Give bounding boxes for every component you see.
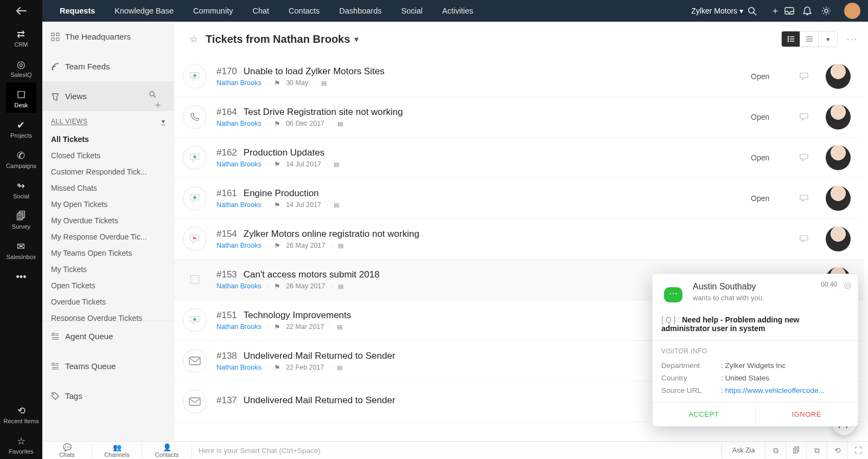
sidebar-team-feeds[interactable]: Team Feeds bbox=[42, 51, 174, 81]
all-views-dropdown[interactable]: ALL VIEWS ▾ bbox=[42, 111, 174, 130]
comment-icon[interactable] bbox=[800, 113, 821, 121]
assignee-avatar[interactable] bbox=[826, 145, 851, 170]
ticket-date: 26 May 2017 bbox=[286, 242, 325, 249]
user-avatar[interactable] bbox=[844, 3, 860, 19]
nav-requests[interactable]: Requests bbox=[50, 0, 105, 22]
nav-community[interactable]: Community bbox=[183, 0, 242, 22]
bell-icon[interactable] bbox=[803, 6, 821, 16]
view-title[interactable]: Tickets from Nathan Brooks bbox=[206, 33, 350, 46]
rail-item-salesiq[interactable]: ◎SalesIQ bbox=[6, 52, 36, 82]
more-actions-icon[interactable]: ⋯ bbox=[846, 33, 858, 46]
rail-item-desk[interactable]: ☐Desk bbox=[6, 82, 36, 113]
visitor-info-label: VISITOR INFO bbox=[661, 347, 849, 355]
view-item[interactable]: All Tickets bbox=[42, 131, 174, 147]
ticket-row[interactable]: #161Engine ProductionNathan Brooks·⚑14 J… bbox=[174, 178, 864, 219]
view-item[interactable]: Closed Tickets bbox=[42, 147, 174, 164]
view-item[interactable]: My Open Tickets bbox=[42, 196, 174, 212]
ticket-owner-link[interactable]: Nathan Brooks bbox=[216, 323, 261, 331]
rail-item-salesinbox[interactable]: ✉SalesInbox bbox=[6, 234, 36, 264]
ticket-owner-link[interactable]: Nathan Brooks bbox=[216, 79, 261, 87]
app-product-rail: ⇄CRM◎SalesIQ☐Desk✔Projects✆Campaigns↬Soc… bbox=[0, 0, 42, 459]
nav-dashboards[interactable]: Dashboards bbox=[329, 0, 391, 22]
rail-recent-items[interactable]: ⟲Recent Items bbox=[0, 398, 42, 429]
view-item[interactable]: My Response Overdue Tic... bbox=[42, 229, 174, 245]
list-view-button[interactable] bbox=[782, 31, 800, 47]
comment-icon[interactable] bbox=[800, 154, 821, 161]
bottombar-tab-channels[interactable]: 👥Channels bbox=[92, 443, 142, 458]
views-add-icon[interactable]: ＋ bbox=[151, 99, 165, 110]
channel-icon bbox=[183, 390, 207, 413]
ticket-owner-link[interactable]: Nathan Brooks bbox=[216, 160, 261, 168]
accept-chat-button[interactable]: ACCEPT bbox=[653, 403, 756, 426]
ticket-owner-link[interactable]: Nathan Brooks bbox=[216, 120, 261, 127]
chat-target-icon[interactable]: ◎ bbox=[844, 280, 851, 290]
compact-view-button[interactable] bbox=[800, 31, 819, 47]
chat-bubble-icon bbox=[660, 282, 686, 308]
view-title-dropdown[interactable]: ▾ bbox=[354, 34, 359, 44]
assignee-avatar[interactable] bbox=[826, 64, 851, 89]
comment-icon[interactable] bbox=[800, 195, 821, 202]
ticket-owner-link[interactable]: Nathan Brooks bbox=[216, 364, 261, 371]
sidebar-tags[interactable]: Tags bbox=[42, 381, 174, 411]
ticket-checkbox[interactable] bbox=[190, 275, 199, 284]
rail-item-projects[interactable]: ✔Projects bbox=[6, 113, 36, 143]
rail-item-survey[interactable]: 🗐Survey bbox=[6, 204, 36, 234]
view-item[interactable]: Overdue Tickets bbox=[42, 294, 174, 310]
assignee-avatar[interactable] bbox=[826, 186, 851, 211]
org-switcher[interactable]: Zylker Motors ▾ bbox=[691, 7, 743, 15]
nav-knowledge-base[interactable]: Knowledge Base bbox=[105, 0, 183, 22]
nav-chat[interactable]: Chat bbox=[242, 0, 279, 22]
view-item[interactable]: My Teams Open Tickets bbox=[42, 245, 174, 261]
ask-zia-button[interactable]: Ask Zia bbox=[722, 442, 765, 460]
view-item[interactable]: My Overdue Tickets bbox=[42, 212, 174, 229]
ticket-owner-link[interactable]: Nathan Brooks bbox=[216, 282, 261, 290]
nav-activities[interactable]: Activities bbox=[432, 0, 483, 22]
assignee-avatar[interactable] bbox=[826, 105, 851, 130]
rail-item-campaigns[interactable]: ✆Campaigns bbox=[6, 143, 36, 173]
view-item[interactable]: Open Tickets bbox=[42, 277, 174, 294]
view-item[interactable]: Missed Chats bbox=[42, 180, 174, 196]
rail-item-crm[interactable]: ⇄CRM bbox=[6, 22, 36, 52]
rail-favorites[interactable]: ☆Favorites bbox=[0, 429, 42, 459]
ticket-row[interactable]: #164Test Drive Registration site not wor… bbox=[174, 97, 864, 138]
view-item[interactable]: Customer Responded Tick... bbox=[42, 164, 174, 180]
comment-icon[interactable] bbox=[800, 73, 821, 80]
bb-action-5[interactable]: ⛶ bbox=[847, 442, 868, 460]
smart-chat-input[interactable]: Here is your Smart Chat (Ctrl+Space) bbox=[192, 447, 722, 455]
gear-icon[interactable] bbox=[821, 6, 840, 16]
ignore-chat-button[interactable]: IGNORE bbox=[756, 403, 858, 426]
sidebar-teams-queue[interactable]: Teams Queue bbox=[42, 351, 174, 381]
rail-more[interactable]: ••• bbox=[0, 264, 42, 288]
source-url-link[interactable]: : https://www.vehicleoffercode... bbox=[721, 386, 849, 395]
ticket-owner-link[interactable]: Nathan Brooks bbox=[216, 201, 261, 209]
bb-action-3[interactable]: ⧉ bbox=[806, 442, 827, 460]
ticket-row[interactable]: #162Production UpdatesNathan Brooks·⚑14 … bbox=[174, 138, 864, 178]
ticket-meta: Nathan Brooks·⚑30 May·▤ bbox=[216, 79, 751, 87]
ticket-row[interactable]: #170Unable to load Zylker Motors SitesNa… bbox=[174, 56, 864, 97]
ticket-owner-link[interactable]: Nathan Brooks bbox=[216, 242, 261, 249]
add-icon[interactable]: ＋ bbox=[766, 5, 784, 17]
search-icon[interactable] bbox=[748, 7, 766, 16]
sidebar-views-header[interactable]: Views ＋ bbox=[42, 81, 174, 111]
assignee-avatar[interactable] bbox=[826, 227, 851, 251]
sidebar-headquarters[interactable]: The Headquarters bbox=[42, 22, 174, 51]
nav-contacts[interactable]: Contacts bbox=[279, 0, 329, 22]
rail-item-social[interactable]: ↬Social bbox=[6, 173, 36, 204]
bottombar-tab-contacts[interactable]: 👤Contacts bbox=[142, 443, 192, 458]
view-item[interactable]: My Tickets bbox=[42, 261, 174, 277]
ticket-title: #162Production Updates bbox=[216, 147, 751, 158]
sidebar-agent-queue[interactable]: Agent Queue bbox=[42, 321, 174, 351]
bb-action-4[interactable]: ⟲ bbox=[827, 442, 847, 460]
comment-icon[interactable] bbox=[800, 235, 821, 243]
bottombar-tab-chats[interactable]: 💬Chats bbox=[42, 443, 92, 458]
inbox-icon[interactable] bbox=[784, 7, 803, 15]
ticket-row[interactable]: #154Zylker Motors online registratio not… bbox=[174, 219, 864, 260]
rail-collapse-icon[interactable] bbox=[0, 0, 42, 22]
favorite-star-icon[interactable]: ☆ bbox=[189, 33, 198, 45]
view-options-dropdown[interactable]: ▾ bbox=[819, 31, 837, 47]
bb-action-2[interactable]: 🗐 bbox=[786, 442, 806, 460]
left-sidebar: The Headquarters Team Feeds Views ＋ ALL … bbox=[42, 22, 174, 441]
nav-social[interactable]: Social bbox=[392, 0, 433, 22]
bb-action-1[interactable]: ⧉ bbox=[765, 442, 786, 460]
view-item[interactable]: Response Overdue Tickets bbox=[42, 310, 174, 321]
